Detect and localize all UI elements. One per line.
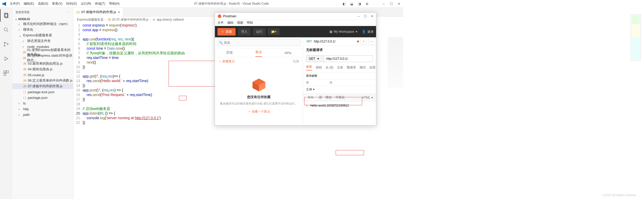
param-tabs: 参数授权头 (6)主体预请求测试设置 [303,63,376,72]
postman-window: Postman ─☐✕ 文件编辑视图帮助 ＋新建 导入 运行 📁▾ ▦My Wo… [215,12,376,126]
postman-titlebar: Postman ─☐✕ [215,13,376,20]
param-tab[interactable]: 头 (6) [326,65,333,70]
param-tab[interactable]: 设置 [369,65,376,70]
filter-input[interactable] [217,39,301,46]
file-item[interactable]: { }package-lock.json [12,89,73,95]
postman-logo-icon [217,14,222,18]
url-input[interactable]: http://127.0.0.1/ [324,55,373,62]
request-name[interactable]: 无标题请求 [303,46,376,54]
minimap[interactable] [388,37,403,89]
tab-history[interactable]: 历史 [226,48,233,57]
file-item[interactable]: { }package.json [12,95,73,100]
svg-rect-10 [4,73,6,75]
param-tab[interactable]: 参数 [306,65,312,71]
file-item[interactable]: JS06.定义最简单的中间件函数.js [12,78,73,83]
request-tab[interactable]: GET http://127.0.0.1/ [304,39,337,44]
tab-apis[interactable]: APIs [284,49,291,57]
trash-link[interactable]: 垃圾 [293,59,299,64]
menu-item[interactable]: 编辑 [227,21,233,25]
more-button[interactable]: 📁▾ [268,28,280,35]
svg-rect-9 [6,71,8,73]
file-item[interactable]: JS07.体验中间件的作用.js [12,83,73,89]
tab-raw[interactable]: 原 [319,95,322,100]
param-tab[interactable]: 测试 [360,65,366,70]
menu-item[interactable]: 查看(V) [50,1,64,6]
create-collection-button[interactable]: ＋创建一个集合 [248,109,270,114]
body-section-label[interactable]: 主体 ▾ [303,86,376,93]
minimize-icon[interactable]: ─ [381,2,386,6]
layout-left-icon[interactable]: ◧ [342,2,346,6]
explorer-icon[interactable] [0,9,12,22]
menu-item[interactable]: 运行(R) [79,1,93,6]
menu-bar: 文件(F)编辑(E)选择(S)查看(V)转到(G)运行(R)终端(T)帮助(H) [8,1,121,6]
menu-item[interactable]: 选择(S) [36,1,50,6]
file-item[interactable]: JS05.router.js [12,72,73,78]
more-icon[interactable]: ⋯ [67,11,70,14]
file-item[interactable]: JS02.使用express.static对外提供静态... [12,55,73,61]
maximize-icon[interactable]: ☐ [364,14,367,18]
close-icon[interactable]: ✕ [371,14,373,18]
menu-item[interactable]: 文件 [217,21,224,25]
svg-point-11 [218,14,221,18]
source-control-icon[interactable] [0,38,12,50]
query-params-header: 查询参数 [303,72,376,79]
param-tab[interactable]: 主体 [337,65,343,70]
plus-icon: ＋ [248,109,251,114]
sidebar-tabs: 历史 集合 APIs [215,48,303,57]
run-debug-icon[interactable] [0,53,12,65]
new-button[interactable]: ＋新建 [217,28,236,36]
menu-item[interactable]: 转到(G) [65,1,78,6]
folder-item[interactable]: ›path [12,112,73,117]
minimize-icon[interactable]: ─ [358,14,360,18]
workspace-selector[interactable]: ▦My Workspace▾ [329,30,357,33]
add-tab-button[interactable]: ＋ [361,38,367,45]
response-body[interactable]: 1 Hello world.1659252193912 [303,102,376,109]
menu-item[interactable]: 文件(F) [8,1,21,6]
layout-bottom-icon[interactable]: ⬓ [350,2,354,6]
tab-collections[interactable]: 集合 [255,48,262,57]
method-select[interactable]: GET▾ [306,55,324,62]
invite-button[interactable]: 👤邀请 [362,30,373,34]
folder-item[interactable]: ›格式化时间的两种做法（npm） [12,21,73,27]
import-button[interactable]: 导入 [238,28,250,36]
tab-pretty[interactable]: 美化 [306,95,315,100]
tab-visualize[interactable]: 可视化 [335,95,345,100]
menu-item[interactable]: 帮助 [247,21,253,25]
watermark: CSDN @Addam Holmes [602,193,636,197]
maximize-icon[interactable]: ☐ [389,2,393,6]
chevron-down-icon: ▾ [356,30,357,33]
new-collection-button[interactable]: ＋ 新建集合 [219,59,235,64]
runner-button[interactable]: 运行 [253,28,265,36]
param-tab[interactable]: 授权 [316,65,322,70]
format-select[interactable]: HTML ▾ [362,96,373,99]
editor-tab[interactable]: JS 07.体验中间件的作用.js ✕ [73,8,123,17]
postman-main: GET http://127.0.0.1/ ＋ ⋯ 无标题请求 GET▾ htt… [303,37,376,125]
response-view-tabs: 美化 原 预览 可视化 HTML ▾ [303,93,376,102]
close-tab-icon[interactable]: ✕ [118,10,120,14]
menu-item[interactable]: 帮助(H) [108,1,121,6]
unsaved-dot-icon [357,40,359,42]
folder-item[interactable]: ›静态资源文件夹 [12,38,73,44]
postman-menu: 文件编辑视图帮助 [215,20,376,26]
extensions-icon[interactable] [0,67,12,79]
menu-item[interactable]: 编辑(E) [22,1,36,6]
search-icon: 🔍 [219,41,223,45]
file-item[interactable]: JS04.模块化路由.js [12,66,73,72]
grid-icon[interactable]: ⊞ [365,2,369,6]
workspace-root[interactable]: ⌄NODEJS [12,17,73,21]
tab-preview[interactable]: 预览 [326,95,332,100]
menu-item[interactable]: 终端(T) [93,1,107,6]
param-tab[interactable]: 预请求 [347,65,356,70]
svg-line-3 [7,31,8,32]
search-icon[interactable] [0,24,12,36]
tab-menu-button[interactable]: ⋯ [368,38,375,45]
layout-right-icon[interactable]: ◨ [357,2,361,6]
folder-item[interactable]: ›fs [12,100,73,106]
folder-item[interactable]: ›模块化 [12,27,73,32]
postman-title: Postman [223,14,236,18]
folder-item[interactable]: ⌄Express创建服务器 [12,32,73,38]
menu-item[interactable]: 视图 [237,21,243,25]
folder-item[interactable]: ›http [12,106,73,112]
close-icon[interactable]: ✕ [397,2,401,6]
postman-sidebar: 🔍 历史 集合 APIs ＋ 新建集合 垃圾 您没有任何收藏 集合使您可以对相关… [215,37,303,125]
